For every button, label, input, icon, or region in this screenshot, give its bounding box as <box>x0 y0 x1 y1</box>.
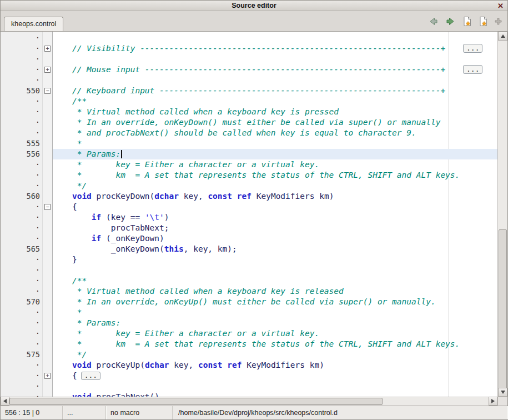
code-line[interactable]: · * Virtual method called when a keyboar… <box>1 286 497 297</box>
scroll-up-icon[interactable] <box>498 32 507 41</box>
code-text: * <box>53 307 497 318</box>
code-line[interactable]: · * In an override, onKeyDown() must eit… <box>1 117 497 128</box>
close-icon[interactable]: ✕ <box>497 1 504 11</box>
code-text: // Mouse input -------------------------… <box>53 64 497 75</box>
code-line[interactable]: · if (_onKeyDown) <box>1 233 497 244</box>
fold-margin-cell <box>43 233 53 244</box>
document-action-a-icon[interactable] <box>462 16 472 27</box>
horizontal-scrollbar[interactable] <box>1 397 507 406</box>
window-titlebar[interactable]: Source editor ✕ <box>1 1 507 11</box>
fold-expand-icon[interactable]: + <box>44 67 51 73</box>
vertical-scrollbar-thumb[interactable] <box>499 229 507 389</box>
collapsed-fold-ellipsis[interactable]: ... <box>81 372 100 380</box>
code-text: /** <box>53 96 497 107</box>
scroll-left-icon[interactable] <box>1 397 9 406</box>
code-line[interactable]: ·+ // Mouse input ----------------------… <box>1 64 497 75</box>
fold-margin-cell <box>43 159 53 170</box>
code-text: // Visibility --------------------------… <box>53 43 497 54</box>
code-line[interactable]: · * km = A set that represents the statu… <box>1 339 497 349</box>
horizontal-scrollbar-thumb[interactable] <box>9 398 383 405</box>
line-number: · <box>1 170 43 181</box>
fold-margin-cell <box>43 381 53 392</box>
fold-collapse-icon[interactable]: − <box>44 204 51 210</box>
code-line[interactable]: · */ <box>1 181 497 191</box>
code-line[interactable]: · <box>1 33 497 43</box>
code-line[interactable]: · * km = A set that represents the statu… <box>1 170 497 181</box>
collapsed-fold-ellipsis[interactable]: ... <box>463 65 482 74</box>
collapsed-fold-ellipsis[interactable]: ... <box>463 44 482 53</box>
fold-margin-cell <box>43 75 53 86</box>
code-text: procTabNext; <box>53 223 497 233</box>
fold-margin-cell <box>43 191 53 202</box>
code-line[interactable]: · /** <box>1 276 497 286</box>
fold-margin-cell: − <box>43 86 53 96</box>
code-line[interactable]: · * key = Either a character or a virtua… <box>1 328 497 339</box>
line-number: 560 <box>1 191 43 202</box>
code-line[interactable]: · * Virtual method called when a keyboar… <box>1 107 497 117</box>
code-line[interactable]: · procTabNext; <box>1 223 497 233</box>
fold-margin-cell <box>43 339 53 349</box>
code-text: } <box>53 254 497 265</box>
code-line[interactable]: 556 * Params: <box>1 149 497 159</box>
code-line[interactable]: · /** <box>1 96 497 107</box>
scroll-down-icon[interactable] <box>498 388 507 397</box>
code-line[interactable]: · void procKeyUp(dchar key, const ref Ke… <box>1 360 497 371</box>
code-line[interactable]: · } <box>1 254 497 265</box>
scroll-right-icon[interactable] <box>489 397 497 406</box>
line-number: · <box>1 371 43 381</box>
code-line[interactable]: · void procTabNext() <box>1 392 497 397</box>
code-text: */ <box>53 181 497 191</box>
fold-margin-cell <box>43 276 53 286</box>
line-number: · <box>1 381 43 392</box>
go-forward-icon[interactable] <box>445 16 456 27</box>
fold-margin-cell <box>43 181 53 191</box>
code-editor: ··+ // Visibility ----------------------… <box>1 32 507 397</box>
code-line[interactable]: 560 void procKeyDown(dchar key, const re… <box>1 191 497 202</box>
line-number: · <box>1 392 43 397</box>
code-line[interactable]: 575 */ <box>1 349 497 360</box>
code-line[interactable]: · <box>1 75 497 86</box>
code-line[interactable]: 550− // Keyboard input -----------------… <box>1 86 497 96</box>
line-number: · <box>1 233 43 244</box>
code-line[interactable]: · * Params: <box>1 318 497 328</box>
fold-margin-cell <box>43 170 53 181</box>
fold-margin-cell: + <box>43 43 53 54</box>
code-line[interactable]: ·+ // Visibility -----------------------… <box>1 43 497 54</box>
code-line[interactable]: · if (key == '\t') <box>1 212 497 223</box>
line-number: · <box>1 307 43 318</box>
code-text <box>53 33 497 43</box>
code-line[interactable]: 565 _onKeyDown(this, key, km); <box>1 244 497 254</box>
fold-expand-icon[interactable]: + <box>44 46 51 52</box>
code-line[interactable]: · * and procTabNext() should be called w… <box>1 128 497 138</box>
code-line[interactable]: · <box>1 265 497 276</box>
fold-margin-cell <box>43 254 53 265</box>
fold-margin-cell <box>43 265 53 276</box>
fold-expand-icon[interactable]: + <box>44 373 51 379</box>
code-text: * key = Either a character or a virtual … <box>53 159 497 170</box>
source-editor-window: Source editor ✕ kheops.control <box>0 0 508 420</box>
line-number: · <box>1 43 43 54</box>
code-line[interactable]: 555 * <box>1 138 497 149</box>
line-number: · <box>1 286 43 297</box>
line-number: · <box>1 64 43 75</box>
code-line[interactable]: · * <box>1 307 497 318</box>
detach-view-icon[interactable] <box>495 18 502 25</box>
fold-margin-cell <box>43 33 53 43</box>
code-text: if (_onKeyDown) <box>53 233 497 244</box>
document-action-b-icon[interactable] <box>479 16 488 27</box>
status-ellipsis-panel: ... <box>63 406 106 419</box>
code-text: * Params: <box>53 318 497 328</box>
code-line[interactable]: · * key = Either a character or a virtua… <box>1 159 497 170</box>
fold-collapse-icon[interactable]: − <box>44 88 51 94</box>
code-line[interactable]: ·+ {... <box>1 371 497 381</box>
code-line[interactable]: 570 * In an override, onKeyUp() must eit… <box>1 297 497 307</box>
code-line[interactable]: · <box>1 381 497 392</box>
code-line[interactable]: · <box>1 54 497 64</box>
line-number: · <box>1 339 43 349</box>
line-number: · <box>1 107 43 117</box>
tab-kheops-control[interactable]: kheops.control <box>4 17 63 31</box>
code-line[interactable]: ·− { <box>1 202 497 212</box>
go-back-icon[interactable] <box>428 16 439 27</box>
vertical-scrollbar[interactable] <box>497 32 507 397</box>
fold-margin-cell <box>43 244 53 254</box>
